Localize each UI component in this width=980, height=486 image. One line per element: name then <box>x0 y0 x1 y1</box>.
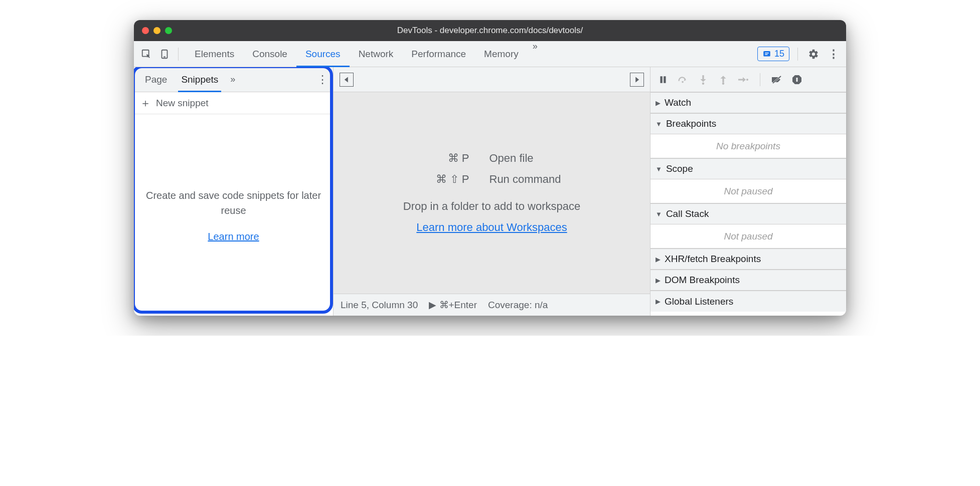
shortcut-keys: ⌘ ⇧ P <box>404 173 469 186</box>
svg-rect-15 <box>796 78 798 82</box>
titlebar: DevTools - developer.chrome.com/docs/dev… <box>134 20 846 41</box>
snippets-empty-text: Create and save code snippets for later … <box>144 188 323 218</box>
toolbar-right: 15 ⋮ <box>757 47 841 62</box>
navigator-tabs: Page Snippets » ⋮ <box>134 67 333 92</box>
tab-performance[interactable]: Performance <box>402 41 475 67</box>
editor-pane: ⌘ P Open file ⌘ ⇧ P Run command Drop in … <box>334 67 650 316</box>
separator <box>178 48 179 61</box>
expand-icon: ▶ <box>656 256 661 263</box>
call-stack-body: Not paused <box>650 224 846 249</box>
breakpoints-body: No breakpoints <box>650 134 846 158</box>
device-toggle-icon[interactable] <box>157 47 172 62</box>
shortcut-desc: Open file <box>489 152 580 165</box>
separator <box>760 73 760 86</box>
collapse-icon: ▼ <box>656 210 662 218</box>
issues-button[interactable]: 15 <box>757 47 789 61</box>
hide-debugger-icon[interactable] <box>630 73 644 87</box>
hide-navigator-icon[interactable] <box>340 73 354 87</box>
main-toolbar: Elements Console Sources Network Perform… <box>134 41 846 67</box>
cursor-position: Line 5, Column 30 <box>341 300 418 311</box>
minimize-window-button[interactable] <box>153 27 160 34</box>
editor-tabbar <box>334 67 650 92</box>
step-icon[interactable] <box>737 73 750 86</box>
pause-icon[interactable] <box>657 73 670 86</box>
svg-rect-9 <box>722 78 724 82</box>
section-xhr-breakpoints[interactable]: ▶XHR/fetch Breakpoints <box>650 249 846 270</box>
expand-icon: ▶ <box>656 277 661 284</box>
subtab-snippets[interactable]: Snippets <box>174 67 225 92</box>
shortcut-row: ⌘ P Open file <box>404 152 580 165</box>
new-snippet-label: New snippet <box>156 98 209 109</box>
step-into-icon[interactable] <box>697 73 710 86</box>
deactivate-breakpoints-icon[interactable] <box>770 73 783 86</box>
debugger-pane: ▶Watch ▼Breakpoints No breakpoints ▼Scop… <box>650 67 846 316</box>
run-shortcut: ▶ ⌘+Enter <box>429 299 477 311</box>
section-global-listeners[interactable]: ▶Global Listeners <box>650 291 846 312</box>
step-over-icon[interactable] <box>677 73 690 86</box>
subtab-page[interactable]: Page <box>138 67 174 92</box>
debugger-toolbar <box>650 67 846 92</box>
drop-folder-hint: Drop in a folder to add to workspace <box>403 200 580 213</box>
shortcut-desc: Run command <box>489 173 580 186</box>
collapse-icon: ▼ <box>656 120 662 128</box>
svg-rect-3 <box>763 51 770 57</box>
window-controls <box>142 27 172 34</box>
separator <box>797 48 798 61</box>
inspect-element-icon[interactable] <box>139 47 154 62</box>
shortcut-row: ⌘ ⇧ P Run command <box>404 173 580 186</box>
panel-body: Page Snippets » ⋮ ＋ New snippet Create a… <box>134 67 846 316</box>
issues-count: 15 <box>774 49 784 59</box>
expand-icon: ▶ <box>656 298 661 305</box>
new-snippet-button[interactable]: ＋ New snippet <box>134 92 333 114</box>
main-tabs: Elements Console Sources Network Perform… <box>186 41 543 67</box>
svg-point-12 <box>746 79 748 81</box>
section-call-stack[interactable]: ▼Call Stack <box>650 203 846 224</box>
section-dom-breakpoints[interactable]: ▶DOM Breakpoints <box>650 270 846 291</box>
navigator-pane: Page Snippets » ⋮ ＋ New snippet Create a… <box>134 67 334 316</box>
section-scope[interactable]: ▼Scope <box>650 158 846 179</box>
tab-console[interactable]: Console <box>243 41 296 67</box>
window-title: DevTools - developer.chrome.com/docs/dev… <box>134 26 846 36</box>
snippets-empty-state: Create and save code snippets for later … <box>134 114 333 316</box>
editor-empty-state: ⌘ P Open file ⌘ ⇧ P Run command Drop in … <box>334 92 650 294</box>
settings-icon[interactable] <box>806 47 821 62</box>
svg-rect-11 <box>738 79 743 80</box>
svg-rect-4 <box>660 76 663 83</box>
collapse-icon: ▼ <box>656 165 662 173</box>
workspaces-learn-more-link[interactable]: Learn more about Workspaces <box>416 221 567 234</box>
svg-rect-7 <box>702 75 704 80</box>
devtools-window: DevTools - developer.chrome.com/docs/dev… <box>134 20 846 316</box>
editor-footer: Line 5, Column 30 ▶ ⌘+Enter Coverage: n/… <box>334 294 650 316</box>
step-out-icon[interactable] <box>717 73 730 86</box>
shortcut-keys: ⌘ P <box>404 152 469 165</box>
close-window-button[interactable] <box>142 27 149 34</box>
svg-rect-5 <box>664 76 666 83</box>
coverage-status: Coverage: n/a <box>488 300 548 311</box>
tab-network[interactable]: Network <box>350 41 403 67</box>
scope-body: Not paused <box>650 179 846 203</box>
maximize-window-button[interactable] <box>165 27 172 34</box>
plus-icon: ＋ <box>140 96 151 111</box>
navigator-kebab-icon[interactable]: ⋮ <box>312 73 333 86</box>
more-tabs-icon[interactable]: » <box>528 41 543 67</box>
more-subtabs-icon[interactable]: » <box>225 74 240 85</box>
tab-memory[interactable]: Memory <box>475 41 528 67</box>
tab-elements[interactable]: Elements <box>186 41 243 67</box>
pause-on-exceptions-icon[interactable] <box>790 73 803 86</box>
expand-icon: ▶ <box>656 99 661 107</box>
svg-point-8 <box>702 82 704 84</box>
svg-point-6 <box>682 81 684 83</box>
snippets-learn-more-link[interactable]: Learn more <box>208 231 259 242</box>
section-watch[interactable]: ▶Watch <box>650 92 846 113</box>
section-breakpoints[interactable]: ▼Breakpoints <box>650 113 846 134</box>
kebab-menu-icon[interactable]: ⋮ <box>826 47 841 62</box>
svg-point-10 <box>722 82 724 84</box>
tab-sources[interactable]: Sources <box>296 41 350 67</box>
